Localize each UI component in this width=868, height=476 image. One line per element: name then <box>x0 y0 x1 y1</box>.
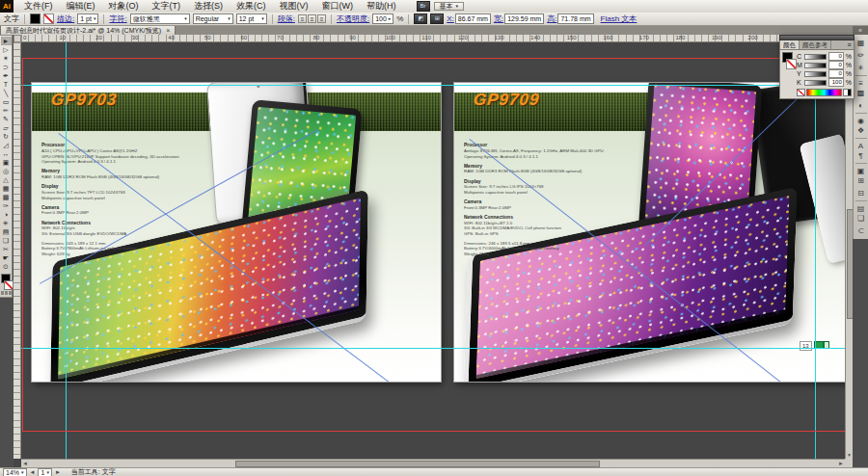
align-left-icon[interactable]: ≡ <box>298 14 307 23</box>
transform-panel-icon[interactable]: ▣ <box>855 163 867 173</box>
swatches-panel-icon[interactable]: ▦ <box>855 38 867 48</box>
gradient-panel-icon[interactable]: ▩ <box>855 88 867 98</box>
stroke-color-swatch[interactable] <box>786 59 797 69</box>
vertical-ruler[interactable] <box>14 42 21 459</box>
zoom-level-box[interactable]: 14% ▾ <box>3 468 27 476</box>
artboard-number-box[interactable]: 1 ▾ <box>38 468 51 476</box>
scroll-down-icon[interactable]: ▼ <box>846 452 853 459</box>
ruler-corner[interactable] <box>14 35 21 42</box>
dock-expand-button[interactable]: « <box>853 26 868 35</box>
color-guide-panel-tab[interactable]: 颜色参考 <box>800 40 831 49</box>
selection-tool[interactable]: ► <box>1 37 12 45</box>
white-black-swatch[interactable] <box>843 89 852 96</box>
canvas[interactable]: GP9703 ProcessorA10 ( CPU+GPU+VPU+APU ) … <box>21 42 845 459</box>
lasso-tool[interactable]: ⊃ <box>1 63 12 71</box>
width-tool[interactable]: ↔ <box>1 149 12 158</box>
align-right-icon[interactable]: ≡ <box>317 14 326 23</box>
bridge-icon[interactable]: Br <box>417 1 430 12</box>
menu-object[interactable]: 对象(O) <box>102 0 146 13</box>
horizontal-scroll-thumb[interactable] <box>235 461 600 467</box>
scroll-left-icon[interactable]: ◄ <box>21 460 29 467</box>
free-transform-tool[interactable]: ▣ <box>1 158 12 167</box>
menu-file[interactable]: 文件(F) <box>17 0 60 13</box>
align-center-icon[interactable]: ≡ <box>308 14 316 23</box>
color-panel-tab[interactable]: 颜色 <box>780 40 800 49</box>
fill-color-swatch[interactable] <box>30 13 41 24</box>
symbols-panel-icon[interactable]: ✳ <box>855 63 867 73</box>
color-spectrum-ramp[interactable] <box>806 89 842 96</box>
symbol-sprayer-tool[interactable]: ✳ <box>1 219 12 227</box>
rotate-tool[interactable]: ↻ <box>1 132 12 141</box>
menu-edit[interactable]: 编辑(E) <box>60 0 102 13</box>
channel-slider[interactable] <box>804 54 827 60</box>
column-graph-tool[interactable]: ▤ <box>1 227 12 236</box>
gradient-tool[interactable]: ▩ <box>1 193 12 201</box>
draw-inside-button[interactable] <box>9 291 12 295</box>
opacity-input[interactable]: 100 ▸ <box>372 13 393 24</box>
vertical-scrollbar[interactable]: ▲ ▼ <box>845 42 853 459</box>
document-tab[interactable]: 高新创意时代宣传页设计-2.ai* @ 14% (CMYK/预览) × <box>0 25 176 35</box>
artboards-panel-icon[interactable]: ❏ <box>855 213 867 224</box>
font-family-dropdown[interactable]: 微软雅黑 ▾ <box>130 13 190 24</box>
stroke-weight-dropdown[interactable]: 1 pt ▾ <box>77 13 98 24</box>
blend-tool[interactable]: ◑ <box>1 210 12 219</box>
pathfinder-panel-icon[interactable]: ⊟ <box>855 188 867 198</box>
align-panel-icon[interactable]: ⊞ <box>855 175 867 186</box>
rectangle-tool[interactable]: ▭ <box>1 97 12 106</box>
character-panel-icon[interactable]: A <box>855 138 867 148</box>
channel-slider[interactable] <box>804 80 827 86</box>
close-icon[interactable]: × <box>166 26 170 35</box>
hand-tool[interactable]: ☛ <box>1 253 12 262</box>
next-artboard-button[interactable]: ► <box>55 469 61 476</box>
none-swatch[interactable] <box>797 89 805 96</box>
menu-help[interactable]: 帮助(H) <box>360 0 403 13</box>
mesh-tool[interactable]: ▦ <box>1 184 12 193</box>
slice-tool[interactable]: ✂ <box>1 245 12 253</box>
paintbrush-tool[interactable]: ✏ <box>1 106 12 115</box>
brushes-panel-icon[interactable]: ✏ <box>855 50 867 61</box>
stroke-color-swatch[interactable] <box>43 13 54 24</box>
prev-artboard-button[interactable]: ◄ <box>30 469 36 476</box>
scale-tool[interactable]: ◿ <box>1 141 12 149</box>
eyedropper-tool[interactable]: ✑ <box>1 201 12 210</box>
stroke-panel-icon[interactable]: ≡ <box>855 75 867 86</box>
align-objects-icon[interactable]: ⊞ <box>430 13 444 24</box>
draw-behind-button[interactable] <box>5 291 8 295</box>
menu-type[interactable]: 文字(T) <box>146 0 188 13</box>
transparency-panel-icon[interactable]: ◐ <box>855 100 867 111</box>
direct-selection-tool[interactable]: ▷ <box>1 45 12 54</box>
eraser-tool[interactable]: ▱ <box>1 123 12 132</box>
type-tool[interactable]: T <box>1 80 12 89</box>
horizontal-scrollbar[interactable]: ◄ ► <box>21 459 845 467</box>
flash-text-button[interactable]: Flash 文本 <box>601 13 637 24</box>
font-style-dropdown[interactable]: Regular ▾ <box>193 13 233 24</box>
opacity-link[interactable]: 不透明度: <box>337 13 369 24</box>
scroll-right-icon[interactable]: ► <box>837 460 845 467</box>
appearance-panel-icon[interactable]: ◉ <box>855 113 867 123</box>
line-segment-tool[interactable]: ╲ <box>1 89 12 97</box>
paragraph-panel-icon[interactable]: ¶ <box>855 150 867 161</box>
menu-view[interactable]: 视图(V) <box>273 0 315 13</box>
paragraph-link[interactable]: 段落: <box>278 13 295 24</box>
links-panel-icon[interactable]: ⊂ <box>855 225 867 236</box>
magic-wand-tool[interactable]: ✶ <box>1 54 12 63</box>
perspective-grid-tool[interactable]: △ <box>1 175 12 184</box>
font-size-dropdown[interactable]: 12 pt ▾ <box>236 13 267 24</box>
draw-normal-button[interactable] <box>1 291 4 295</box>
channel-slider[interactable] <box>804 63 827 68</box>
panel-menu-icon[interactable]: ≡ <box>845 40 854 49</box>
horizontal-ruler[interactable]: 0102030405060708090100110120130140150160… <box>21 35 845 42</box>
menu-window[interactable]: 窗口(W) <box>315 0 361 13</box>
stroke-color-swatch[interactable] <box>4 280 14 290</box>
menu-select[interactable]: 选择(S) <box>187 0 230 13</box>
pen-tool[interactable]: ✒ <box>1 71 12 80</box>
zoom-tool[interactable]: ⊙ <box>1 262 12 271</box>
pencil-tool[interactable]: ✎ <box>1 115 12 123</box>
character-link[interactable]: 字符: <box>109 13 126 24</box>
artboard-tool[interactable]: ❏ <box>1 236 12 245</box>
workspace-switcher[interactable]: 基本 ▾ <box>434 2 465 11</box>
menu-effect[interactable]: 效果(C) <box>230 0 273 13</box>
stroke-link[interactable]: 描边: <box>57 13 74 24</box>
graphic-styles-panel-icon[interactable]: ❖ <box>855 125 867 136</box>
layers-panel-icon[interactable]: ▤ <box>855 200 867 211</box>
